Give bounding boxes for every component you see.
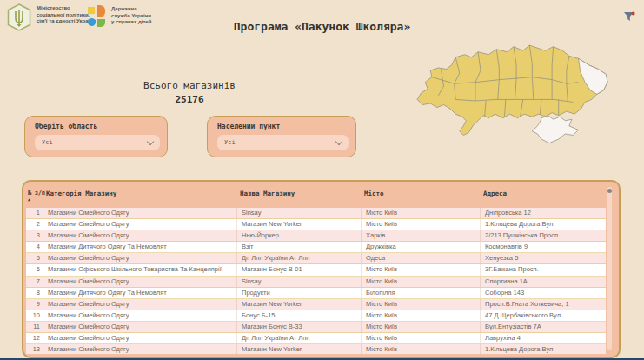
table-cell: Місто Київ [361,322,480,332]
table-cell: 3Г.Бажана Просп. [480,264,606,275]
table-cell: 5 [26,253,43,263]
table-row[interactable]: 8Магазини Дитячого Одягу Та НемовлятПрод… [26,288,606,299]
column-header-address[interactable]: Адреса [480,183,606,208]
region-filter-label: Оберіть область [35,123,160,130]
table-row[interactable]: 4Магазини Дитячого Одягу Та НемовлятВзіт… [26,242,606,253]
table-cell: Магазини Сімейного Одягу [43,277,236,287]
table-cell: 11 [26,322,43,332]
table-cell: Магазини Сімейного Одягу [43,344,236,354]
total-shops-label: Всього магазинів [111,80,268,91]
table-cell: Хенуезка 5 [480,253,606,263]
total-shops-value: 25176 [111,94,268,105]
table-cell: Дп Лпп України Ат Лпп [236,333,361,343]
table-row[interactable]: 12Магазини Сімейного ОдягуДп Лпп України… [26,333,606,344]
table-cell: 4 [26,242,43,252]
table-cell: Дп Лпп України Ат Лпп [236,253,361,263]
table-cell: Бонус Б-15 [236,310,361,321]
table-row[interactable]: 2Магазини Сімейного ОдягуМагазин New Yor… [26,219,606,230]
table-cell: Дружківка [361,242,480,252]
table-row[interactable]: 13Магазини Сімейного ОдягуМагазин New Yo… [26,344,606,354]
table-cell: Магазини Сімейного Одягу [43,253,236,263]
table-cell: Місто Київ [361,333,480,343]
table-cell: Магазини Сімейного Одягу [43,299,236,310]
table-cell: Магазин New Yorker [236,344,361,354]
table-scrollbar[interactable] [607,187,612,350]
table-cell: Місто Київ [361,299,480,310]
table-cell: Вул.Ентузіастів 7А [480,322,606,332]
table-cell: Магазин New Yorker [236,219,361,230]
logo-line: у справах дітей [111,19,151,26]
filter-icon[interactable] [622,10,636,23]
table-cell: Просп.В.Гната Хоткевича, 1 [480,299,606,310]
table-cell: Магазини Сімейного Одягу [43,333,236,343]
logo-line: служба України [111,13,151,20]
table-cell: Місто Київ [361,310,480,321]
settlement-filter-label: Населений пункт [217,123,349,130]
table-cell: Магазини Сімейного Одягу [43,208,236,218]
table-cell: Місто Київ [361,277,480,287]
table-cell: Лаврухіна 4 [480,333,606,343]
shops-table-panel: № з/п ▲ Категорія Магазину Назва Магазин… [22,180,621,358]
table-cell: Магазин Бонус В-33 [236,322,361,332]
table-cell: Місто Київ [361,344,480,354]
trident-hexagon-icon [7,3,31,31]
table-cell: Місто Київ [361,208,480,218]
table-cell: 1 [26,208,43,218]
table-cell: Місто Київ [361,219,480,230]
table-header-row: № з/п ▲ Категорія Магазину Назва Магазин… [26,183,606,208]
table-cell: 6 [26,264,43,275]
table-cell: Соборна 143 [480,288,606,298]
table-cell: Взіт [236,242,361,252]
table-row[interactable]: 9Магазини Сімейного ОдягуМагазин New Yor… [26,299,606,310]
table-cell: 13 [26,344,43,354]
table-row[interactable]: 7Магазини Сімейного ОдягуSinsayМісто Киї… [26,277,606,288]
total-shops-stat: Всього магазинів 25176 [111,80,268,105]
map-region-crimea[interactable] [532,116,578,143]
table-cell: 8 [26,288,43,298]
table-row[interactable]: 6Магазини Офіського Шкільного Товариства… [26,264,606,276]
sort-ascending-icon: ▲ [28,197,43,202]
table-cell: Sinsay [236,277,361,287]
scrollbar-thumb[interactable] [607,189,612,193]
table-cell: 7 [26,277,43,287]
table-row[interactable]: 11Магазини Сімейного ОдягуМагазин Бонус … [26,322,606,333]
children-service-icon [87,4,106,28]
table-cell: Магазини Офіського Шкільного Товариства … [43,264,236,275]
table-row[interactable]: 1Магазини Сімейного ОдягуSinsayМісто Киї… [26,208,606,219]
table-cell: Магазин New Yorker [236,299,361,310]
column-header-city[interactable]: Місто [361,183,480,208]
table-cell: Магазини Сімейного Одягу [43,310,236,321]
table-cell: Sinsay [236,208,361,218]
column-header-number[interactable]: № з/п ▲ [26,183,43,208]
table-row[interactable]: 3Магазини Сімейного ОдягуНью-ЙоркерХаркі… [26,230,606,242]
logo-line: Державна [111,6,151,13]
table-row[interactable]: 5Магазини Сімейного ОдягуДп Лпп України … [26,253,606,264]
table-cell: Магазин Бонус В-01 [236,264,361,275]
ministry-logo: Міністерство соціальної політики, сім'ї … [7,3,96,31]
table-cell: Місто Київ [361,264,480,275]
table-cell: Спортивна 1А [480,277,606,287]
table-cell: Харків [361,230,480,241]
children-service-logo: Державна служба України у справах дітей [87,4,151,28]
table-row[interactable]: 10Магазини Сімейного ОдягуБонус Б-15Міст… [26,310,606,322]
chevron-down-icon [335,137,342,144]
table-cell: 1.Кільцева Дорога Вул [480,219,606,230]
table-cell: Магазини Сімейного Одягу [43,230,236,241]
page-title: Програма «Пакунок Школяра» [234,20,411,33]
settlement-select[interactable]: Усі [217,135,349,150]
table-cell: 47.Д.Щербаківського Вул [480,310,606,321]
region-select-value: Усі [42,139,148,146]
table-body: 1Магазини Сімейного ОдягуSinsayМісто Киї… [26,208,606,354]
column-header-shop-name[interactable]: Назва Магазину [236,183,361,208]
table-cell: Магазини Дитячого Одягу Та Немовлят [43,242,236,252]
region-select[interactable]: Усі [35,135,160,150]
table-cell: Магазини Сімейного Одягу [43,322,236,332]
table-cell: Магазини Сімейного Одягу [43,219,236,230]
table-cell: 2/213.Пушкінська Просп [480,230,606,241]
column-header-category[interactable]: Категорія Магазину [43,183,236,208]
table-cell: Дніпровська 12 [480,208,606,218]
ukraine-map[interactable] [412,38,610,169]
table-cell: Продукти [236,288,361,298]
settlement-filter-card: Населений пункт Усі [207,116,356,157]
table-cell: Одеса [361,253,480,263]
